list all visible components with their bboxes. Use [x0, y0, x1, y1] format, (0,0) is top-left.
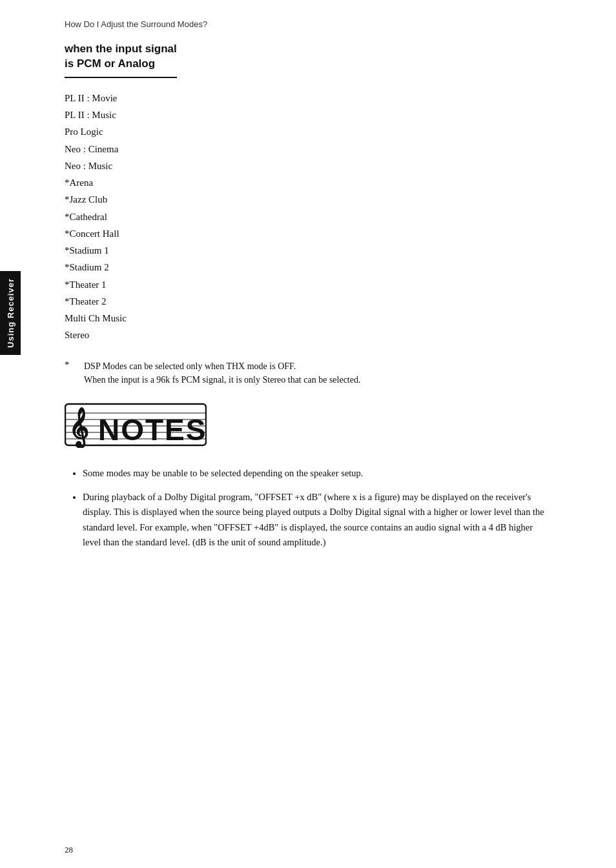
- notes-graphic: 𝄞 NOTES: [65, 404, 207, 448]
- bullet-item-1: Some modes may be unable to be selected …: [83, 466, 548, 481]
- list-item: Pro Logic: [65, 123, 577, 140]
- list-item: Neo : Cinema: [65, 141, 577, 157]
- heading-line1: when the input signal: [65, 43, 177, 55]
- heading-line2: is PCM or Analog: [65, 57, 155, 70]
- page-header: How Do I Adjust the Surround Modes?: [65, 19, 577, 29]
- svg-text:𝄞: 𝄞: [68, 407, 88, 448]
- notes-logo-container: 𝄞 NOTES: [65, 401, 577, 450]
- list-item: PL II : Music: [65, 106, 577, 123]
- footnote-line2: When the input is a 96k fs PCM signal, i…: [84, 375, 360, 385]
- footnote-section: * DSP Modes can be selected only when TH…: [65, 359, 517, 387]
- side-tab: Using Receiver: [0, 271, 21, 355]
- list-item: Neo : Music: [65, 157, 577, 174]
- section-heading: when the input signal is PCM or Analog: [65, 42, 177, 78]
- list-item: *Theater 1: [65, 276, 577, 293]
- list-item: Multi Ch Music: [65, 310, 577, 327]
- list-item: *Stadium 1: [65, 242, 577, 259]
- list-item: Stereo: [65, 327, 577, 343]
- footnote-text: DSP Modes can be selected only when THX …: [84, 359, 360, 387]
- footnote-symbol: *: [65, 359, 76, 370]
- list-item: *Stadium 2: [65, 259, 577, 276]
- list-item: *Jazz Club: [65, 191, 577, 208]
- list-item: *Arena: [65, 174, 577, 191]
- modes-list: PL II : Movie PL II : Music Pro Logic Ne…: [65, 90, 577, 344]
- list-item: *Theater 2: [65, 293, 577, 310]
- bullet-item-2: During playback of a Dolby Digital progr…: [83, 490, 548, 550]
- bullet-list: Some modes may be unable to be selected …: [65, 466, 577, 550]
- svg-text:NOTES: NOTES: [98, 413, 207, 447]
- page-container: Using Receiver How Do I Adjust the Surro…: [0, 0, 616, 868]
- page-number: 28: [65, 845, 73, 855]
- notes-logo-svg: 𝄞 NOTES: [65, 401, 207, 448]
- list-item: *Concert Hall: [65, 225, 577, 242]
- side-tab-label: Using Receiver: [6, 278, 15, 348]
- footnote-line1: DSP Modes can be selected only when THX …: [84, 361, 296, 371]
- list-item: PL II : Movie: [65, 90, 577, 106]
- list-item: *Cathedral: [65, 208, 577, 225]
